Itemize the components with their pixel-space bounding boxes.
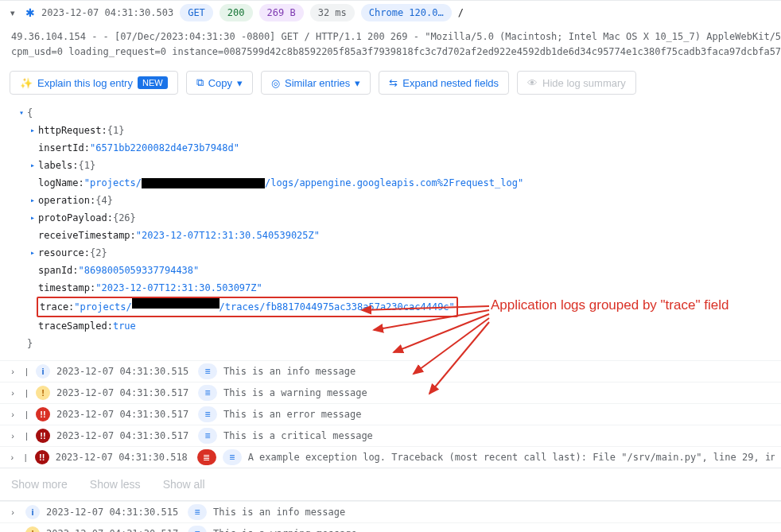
align-icon[interactable]: ≡ <box>188 526 207 532</box>
severity-warn-icon: ! <box>25 526 40 532</box>
eye-off-icon: 👁 <box>527 77 538 89</box>
log-message: This is a critical message <box>223 430 373 441</box>
redacted-project-id <box>132 298 220 309</box>
expand-chevron-icon[interactable]: › <box>6 507 19 517</box>
expand-chevron-icon[interactable]: › <box>6 431 19 441</box>
log-timestamp: 2023-12-07 04:31:30.517 <box>56 387 192 398</box>
caret-icon[interactable]: ▸ <box>27 157 38 174</box>
log-row[interactable]: ›|!!2023-12-07 04:31:30.517≡This is a cr… <box>0 425 781 446</box>
caret-icon[interactable]: ▸ <box>27 209 38 227</box>
latency-pill[interactable]: 32 ms <box>310 4 355 21</box>
path-text: / <box>458 7 464 18</box>
severity-crit-icon: !! <box>36 429 50 443</box>
show-controls: Show more Show less Show all <box>0 468 781 501</box>
log-message: This is an error message <box>223 409 361 420</box>
log-toolbar: ✨ Explain this log entry NEW ⧉ Copy ▾ ◎ … <box>0 64 781 101</box>
log-timestamp: 2023-12-07 04:31:30.515 <box>46 507 181 518</box>
expand-chevron-icon[interactable]: › <box>6 452 18 462</box>
caret-icon[interactable]: ▸ <box>27 192 38 209</box>
log-entry-header[interactable]: ▾ ✱ 2023-12-07 04:31:30.503 GET 200 269 … <box>0 0 781 25</box>
redacted-project-id <box>142 178 265 188</box>
log-message: This is a warning message <box>223 387 367 398</box>
align-icon[interactable]: ≡ <box>188 504 207 520</box>
expand-chevron-icon[interactable]: › <box>6 367 19 376</box>
group-pipe-icon: | <box>25 367 29 376</box>
log-row[interactable]: ›|i2023-12-07 04:31:30.515≡This is an in… <box>0 360 781 382</box>
log-row[interactable]: ›i2023-12-07 04:31:30.515≡This is an inf… <box>0 501 781 522</box>
log-row[interactable]: ›|!!2023-12-07 04:31:30.517≡This is an e… <box>0 403 781 425</box>
log-row[interactable]: ›!2023-12-07 04:31:30.517≡This is a warn… <box>0 522 781 532</box>
similar-button[interactable]: ◎ Similar entries ▾ <box>261 71 371 95</box>
severity-warn-icon: ! <box>36 386 50 400</box>
structured-payload: ▾{ ▸httpRequest: {1} insertId: "6571bb22… <box>0 101 781 360</box>
expand-chevron-icon[interactable]: › <box>6 529 19 532</box>
size-pill[interactable]: 269 B <box>259 4 304 21</box>
log-timestamp: 2023-12-07 04:31:30.515 <box>56 366 192 377</box>
severity-err-icon: !! <box>36 407 50 421</box>
align-icon[interactable]: ≡ <box>198 363 217 379</box>
new-badge: NEW <box>138 76 168 89</box>
severity-info-icon: i <box>25 505 40 519</box>
stacktrace-icon[interactable]: ≣ <box>197 449 216 465</box>
annotation-text: Application logs grouped by "trace" fiel… <box>491 297 729 313</box>
align-icon[interactable]: ≡ <box>198 428 217 444</box>
show-more-link[interactable]: Show more <box>11 478 68 491</box>
explain-button[interactable]: ✨ Explain this log entry NEW <box>10 71 178 95</box>
align-icon[interactable]: ≡ <box>198 385 217 401</box>
log-timestamp: 2023-12-07 04:31:30.517 <box>56 409 192 420</box>
header-timestamp: 2023-12-07 04:31:30.503 <box>41 7 173 18</box>
show-less-link[interactable]: Show less <box>90 478 141 491</box>
agent-pill[interactable]: Chrome 120.0… <box>361 4 452 21</box>
log-timestamp: 2023-12-07 04:31:30.517 <box>56 430 192 441</box>
group-pipe-icon: | <box>25 431 29 441</box>
target-icon: ◎ <box>271 77 280 89</box>
group-pipe-icon: | <box>25 452 29 462</box>
log-timestamp: 2023-12-07 04:31:30.517 <box>46 528 181 532</box>
collapse-chevron-icon[interactable]: ▾ <box>6 8 19 18</box>
method-pill[interactable]: GET <box>180 4 213 21</box>
expand-chevron-icon[interactable]: › <box>6 388 19 398</box>
severity-crit-icon: !! <box>35 450 49 464</box>
raw-log-text: 49.36.104.154 - - [07/Dec/2023:04:31:30 … <box>0 25 781 64</box>
expand-chevron-icon[interactable]: › <box>6 410 19 419</box>
align-icon[interactable]: ≡ <box>223 449 242 465</box>
request-star-icon: ✱ <box>25 6 35 19</box>
log-row[interactable]: ›|!2023-12-07 04:31:30.517≡This is a war… <box>0 382 781 403</box>
caret-icon[interactable]: ▸ <box>27 244 38 262</box>
log-message: This is an info message <box>213 507 345 518</box>
group-pipe-icon: | <box>25 410 29 419</box>
caret-icon[interactable]: ▾ <box>16 104 27 122</box>
log-message: This is a warning message <box>213 528 357 532</box>
copy-button[interactable]: ⧉ Copy ▾ <box>186 71 253 95</box>
expand-icon: ⇆ <box>389 77 398 89</box>
caret-icon[interactable]: ▸ <box>27 122 38 139</box>
status-pill[interactable]: 200 <box>220 4 253 21</box>
hide-summary-button: 👁 Hide log summary <box>517 71 636 95</box>
show-all-link[interactable]: Show all <box>163 478 205 491</box>
dropdown-icon: ▾ <box>355 77 360 89</box>
log-timestamp: 2023-12-07 04:31:30.518 <box>56 452 191 463</box>
dropdown-icon: ▾ <box>237 77 243 89</box>
severity-info-icon: i <box>36 364 50 379</box>
log-message: This is an info message <box>223 366 356 377</box>
sparkle-icon: ✨ <box>20 77 33 89</box>
log-message: A example exception log. Traceback (most… <box>248 452 775 463</box>
expand-button[interactable]: ⇆ Expand nested fields <box>379 71 509 95</box>
align-icon[interactable]: ≡ <box>198 406 217 422</box>
trace-field-highlight: trace: "projects//traces/fb8817044975ac3… <box>37 297 458 317</box>
group-pipe-icon: | <box>25 388 29 398</box>
copy-icon: ⧉ <box>196 76 204 89</box>
log-row[interactable]: ›|!!2023-12-07 04:31:30.518≣≡A example e… <box>0 446 781 468</box>
